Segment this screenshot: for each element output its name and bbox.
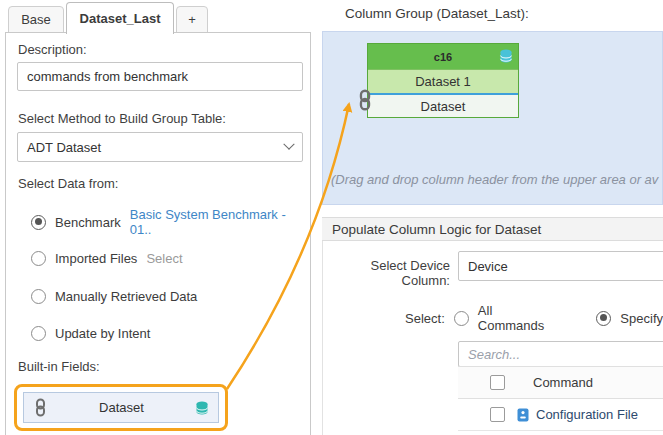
radio-all-commands-label: All Commands [478,303,556,333]
populate-section-header: Populate Column Logic for Dataset [322,217,663,241]
dataset-card-subheader-label: Dataset 1 [415,74,471,89]
device-column-input[interactable] [458,251,663,281]
description-input[interactable] [17,62,303,91]
dataset-card-header-label: c16 [434,51,452,63]
radio-row-manually-retrieved: Manually Retrieved Data [31,289,197,304]
left-panel: Description: Select Method to Build Grou… [5,32,311,435]
command-search-input[interactable] [458,341,663,367]
tab-base[interactable]: Base [8,6,64,33]
command-select-row: Select: All Commands Specify [380,303,663,333]
dataset-card-field-row[interactable]: Dataset [368,93,518,117]
drop-hint-text: (Drag and drop column header from the up… [331,172,663,187]
radio-imported-files[interactable] [31,251,46,266]
dataset-card-field-label: Dataset [421,99,466,114]
row-checkbox[interactable] [490,407,505,422]
database-icon [195,401,209,415]
column-drop-area[interactable]: c16 Dataset 1 Dataset (Drag and drop col… [322,31,663,205]
tab-dataset-last-label: Dataset_Last [80,11,161,26]
radio-specify[interactable] [596,311,611,326]
radio-row-update-by-intent: Update by Intent [31,326,150,341]
database-icon [499,49,513,63]
command-row-label: Configuration File [536,407,638,422]
radio-row-benchmark: Benchmark Basic System Benchmark - 01.. [31,207,310,237]
command-table-header-row: Command [458,366,663,399]
method-label: Select Method to Build Group Table: [18,111,226,126]
app-window: Base Dataset_Last + Description: Select … [0,0,663,435]
chevron-down-icon [283,139,294,150]
method-select-value: ADT Dataset [27,140,101,155]
radio-specify-label: Specify [620,311,663,326]
radio-benchmark[interactable] [31,215,46,230]
radio-imported-files-label: Imported Files [55,251,137,266]
chain-link-icon [356,89,374,111]
dataset-card[interactable]: c16 Dataset 1 Dataset [367,43,519,118]
tab-add-label: + [188,12,196,27]
column-group-title: Column Group (Dataset_Last): [345,6,529,21]
annotation-highlight-box: Dataset [14,384,228,431]
method-select[interactable]: ADT Dataset [17,132,303,162]
device-column-label: Select Device Column: [322,258,450,288]
benchmark-link[interactable]: Basic System Benchmark - 01.. [130,207,310,237]
radio-row-imported-files: Imported Files Select [31,251,183,266]
radio-update-by-intent[interactable] [31,326,46,341]
command-table-row[interactable]: Configuration File [458,399,663,431]
radio-all-commands[interactable] [454,311,469,326]
radio-manually-retrieved[interactable] [31,289,46,304]
populate-section-title: Populate Column Logic for Dataset [332,222,541,237]
command-column-header: Command [533,375,593,390]
radio-manually-retrieved-label: Manually Retrieved Data [55,289,197,304]
description-label: Description: [18,42,87,57]
data-from-label: Select Data from: [18,176,118,191]
dataset-field-chip[interactable]: Dataset [23,392,219,423]
chain-link-icon [33,398,48,417]
config-file-icon [517,408,529,422]
command-table: Command Configuration File [458,366,663,431]
tab-add[interactable]: + [176,6,208,33]
dataset-card-header: c16 [368,44,518,69]
radio-update-by-intent-label: Update by Intent [55,326,150,341]
tab-base-label: Base [21,12,51,27]
radio-benchmark-label: Benchmark [55,215,121,230]
select-label: Select: [380,311,445,326]
builtin-fields-label: Built-in Fields: [18,359,100,374]
tab-dataset-last[interactable]: Dataset_Last [66,2,174,34]
dataset-field-label: Dataset [48,400,195,415]
select-all-checkbox[interactable] [490,375,505,390]
imported-files-select-link[interactable]: Select [146,251,182,266]
dataset-card-subheader: Dataset 1 [368,69,518,93]
